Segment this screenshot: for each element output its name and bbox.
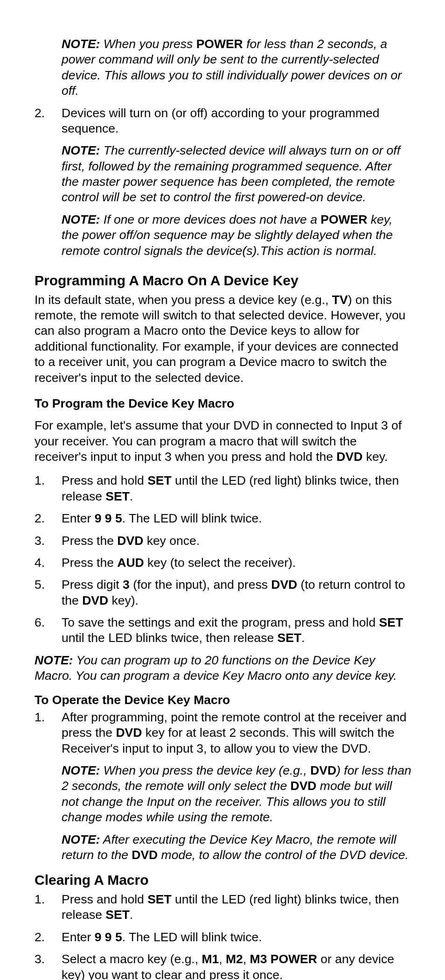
list-item-number: 1. [35,710,57,725]
note-macro-capacity: NOTE: You can program up to 20 functions… [35,653,411,684]
list-item: 1.Press and hold SET until the LED (red … [35,473,411,504]
list-item-body: Press digit 3 (for the input), and press… [62,577,411,608]
list-item-number: 3. [35,533,57,549]
note: NOTE: The currently-selected device will… [62,143,411,205]
list-item-body: Press and hold SET until the LED (red li… [62,892,411,923]
heading-to-operate: To Operate the Device Key Macro [35,692,411,708]
power-sequence-items: 2.Devices will turn on (or off) accordin… [35,106,411,259]
list-item-body: Press the DVD key once. [62,533,411,549]
list-item: 3.Press the DVD key once. [35,533,411,549]
operate-macro-steps: 1.After programming, point the remote co… [35,710,411,863]
list-item-body: To save the settings and exit the progra… [62,615,411,646]
list-item-number: 1. [35,473,57,488]
note: NOTE: If one or more devices does not ha… [62,212,411,259]
list-item-body: Enter 9 9 5. The LED will blink twice. [62,930,411,945]
list-item-body: Devices will turn on (or off) according … [62,106,411,137]
list-item-number: 1. [35,892,57,907]
list-item-number: 2. [35,511,57,526]
list-item-body: After programming, point the remote cont… [62,710,411,756]
list-item-number: 4. [35,555,57,571]
list-item-body: Press the AUD key (to select the receive… [62,555,411,571]
list-item-number: 5. [35,577,57,592]
list-item: 1.After programming, point the remote co… [35,710,411,756]
heading-programming-macro: Programming A Macro On A Device Key [35,272,411,289]
heading-to-program: To Program the Device Key Macro [35,396,411,411]
list-item: 3.Select a macro key (e.g., M1, M2, M3 P… [35,952,411,980]
list-item: 5.Press digit 3 (for the input), and pre… [35,577,411,608]
list-item-body: Press and hold SET until the LED (red li… [62,473,411,504]
list-item: 6.To save the settings and exit the prog… [35,615,411,646]
list-item: 2.Devices will turn on (or off) accordin… [35,106,411,137]
clear-macro-steps: 1.Press and hold SET until the LED (red … [35,892,411,980]
note: NOTE: When you press the device key (e.g… [62,763,411,825]
list-item-body: Enter 9 9 5. The LED will blink twice. [62,511,411,526]
program-macro-steps: 1.Press and hold SET until the LED (red … [35,473,411,646]
list-item: 2.Enter 9 9 5. The LED will blink twice. [35,930,411,945]
list-item-body: Select a macro key (e.g., M1, M2, M3 POW… [62,952,411,980]
note-power-short-press: NOTE: When you press POWER for less than… [62,36,411,99]
list-item: 1.Press and hold SET until the LED (red … [35,892,411,923]
heading-clearing-macro: Clearing A Macro [35,871,411,889]
note: NOTE: After executing the Device Key Mac… [62,832,411,863]
list-item-number: 2. [35,106,57,121]
paragraph-programming-intro: In its default state, when you press a d… [35,292,411,386]
list-item-number: 2. [35,930,57,945]
paragraph-to-program-example: For example, let's assume that your DVD … [35,418,411,465]
list-item-number: 3. [35,952,57,967]
list-item: 2.Enter 9 9 5. The LED will blink twice. [35,511,411,526]
list-item: 4.Press the AUD key (to select the recei… [35,555,411,571]
list-item-number: 6. [35,615,57,630]
